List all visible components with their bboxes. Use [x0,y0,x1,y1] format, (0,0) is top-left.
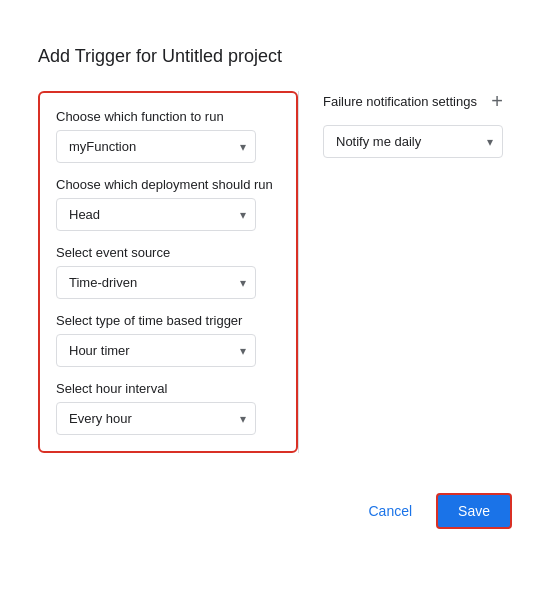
event-source-label: Select event source [56,245,280,260]
right-panel: Failure notification settings + Notify m… [299,91,503,453]
failure-notification-label: Failure notification settings [323,94,477,109]
cancel-button[interactable]: Cancel [356,495,424,527]
notify-select-wrapper: Notify me dailyNotify me weeklyNotify me… [323,125,503,158]
save-button[interactable]: Save [436,493,512,529]
notify-select[interactable]: Notify me dailyNotify me weeklyNotify me… [323,125,503,158]
add-notification-icon[interactable]: + [491,91,503,111]
time-type-select[interactable]: Hour timer [56,334,256,367]
deployment-select[interactable]: Head [56,198,256,231]
dialog-title: Add Trigger for Untitled project [38,46,512,67]
event-source-select[interactable]: Time-driven [56,266,256,299]
function-label: Choose which function to run [56,109,280,124]
function-select[interactable]: myFunction [56,130,256,163]
interval-select[interactable]: Every hour [56,402,256,435]
function-field: Choose which function to run myFunction … [56,109,280,163]
interval-field: Select hour interval Every hour ▾ [56,381,280,435]
dialog-footer: Cancel Save [38,485,512,529]
deployment-select-wrapper: Head ▾ [56,198,256,231]
dialog: Add Trigger for Untitled project Choose … [10,22,540,592]
function-select-wrapper: myFunction ▾ [56,130,256,163]
time-type-label: Select type of time based trigger [56,313,280,328]
interval-select-wrapper: Every hour ▾ [56,402,256,435]
deployment-label: Choose which deployment should run [56,177,280,192]
deployment-field: Choose which deployment should run Head … [56,177,280,231]
left-panel: Choose which function to run myFunction … [38,91,298,453]
event-source-field: Select event source Time-driven ▾ [56,245,280,299]
time-type-field: Select type of time based trigger Hour t… [56,313,280,367]
time-type-select-wrapper: Hour timer ▾ [56,334,256,367]
interval-label: Select hour interval [56,381,280,396]
event-source-select-wrapper: Time-driven ▾ [56,266,256,299]
failure-notification-header: Failure notification settings + [323,91,503,111]
dialog-body: Choose which function to run myFunction … [38,91,512,453]
